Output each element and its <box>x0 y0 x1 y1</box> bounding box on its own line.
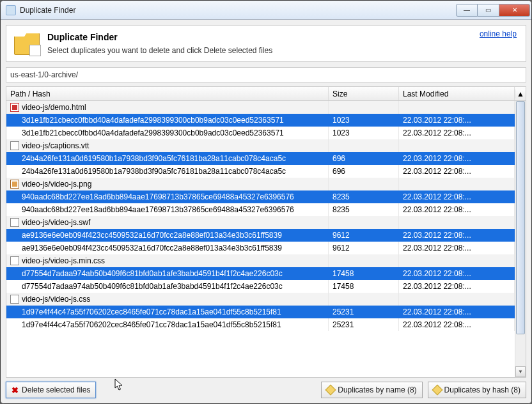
cell-path: ae9136e6e0eb094f423cc4509532a16d70fcc2a8… <box>6 229 329 242</box>
tag-icon <box>325 385 336 396</box>
table-row[interactable]: d77554d7adaa974ab50b409f6c81bfd0ab1afe3b… <box>6 280 515 293</box>
cell-path: video-js/video-js.min.css <box>6 254 329 267</box>
table-row[interactable]: 940aadc68bd227ee18ad6bb894aae17698713b37… <box>6 190 515 203</box>
content-area: Duplicate Finder Select duplicates you w… <box>1 20 531 403</box>
cell-modified: 22.03.2012 22:08:... <box>399 242 515 254</box>
table-row[interactable]: video-js/video-js.png <box>6 178 515 190</box>
table-row[interactable]: video-js/video-js.min.css <box>6 254 515 267</box>
path-bar[interactable]: us-east-1/0-archive/ <box>6 67 526 82</box>
cell-modified: 22.03.2012 22:08:... <box>399 114 515 127</box>
duplicates-by-hash-button[interactable]: Duplicates by hash (8) <box>428 382 526 398</box>
cell-modified: 22.03.2012 22:08:... <box>399 267 515 280</box>
cell-size: 9612 <box>329 242 399 254</box>
duplicates-table: Path / Hash Size Last Modified ▲ video-j… <box>6 86 526 378</box>
table-row[interactable]: 940aadc68bd227ee18ad6bb894aae17698713b37… <box>6 203 515 216</box>
table-row[interactable]: video-js/video-js.swf <box>6 216 515 229</box>
txt-file-icon <box>10 141 19 150</box>
cell-modified: 22.03.2012 22:08:... <box>399 229 515 242</box>
table-row[interactable]: d77554d7adaa974ab50b409f6c81bfd0ab1afe3b… <box>6 267 515 280</box>
delete-selected-button[interactable]: ✖ Delete selected files <box>6 382 96 398</box>
delete-icon: ✖ <box>12 385 19 395</box>
cell-modified: 22.03.2012 22:08:... <box>399 280 515 293</box>
table-row[interactable]: 3d1e1fb21cbecc0fbbd40a4dafadefa299839930… <box>6 114 515 127</box>
cell-path: 3d1e1fb21cbecc0fbbd40a4dafadefa299839930… <box>6 114 329 127</box>
table-row[interactable]: video-js/captions.vtt <box>6 139 515 152</box>
vertical-scrollbar[interactable]: ▼ <box>515 101 526 377</box>
titlebar[interactable]: Duplicate Finder — ▭ ✕ <box>1 1 531 20</box>
cell-path: d77554d7adaa974ab50b409f6c81bfd0ab1afe3b… <box>6 280 329 293</box>
online-help-link[interactable]: online help <box>480 29 517 38</box>
header-text: Duplicate Finder Select duplicates you w… <box>47 32 272 55</box>
cell-modified <box>399 216 515 229</box>
html-file-icon <box>10 103 19 112</box>
table-row[interactable]: ae9136e6e0eb094f423cc4509532a16d70fcc2a8… <box>6 242 515 254</box>
column-path[interactable]: Path / Hash <box>6 87 329 100</box>
cell-size: 17458 <box>329 267 399 280</box>
table-row[interactable]: 3d1e1fb21cbecc0fbbd40a4dafadefa299839930… <box>6 127 515 139</box>
scroll-header-up[interactable]: ▲ <box>515 89 526 98</box>
cell-size <box>329 178 399 190</box>
cell-modified: 22.03.2012 22:08:... <box>399 127 515 139</box>
table-row[interactable]: video-js/demo.html <box>6 101 515 114</box>
cell-modified <box>399 101 515 114</box>
window-controls: — ▭ ✕ <box>456 4 530 17</box>
page-subtitle: Select duplicates you want to delete and… <box>47 46 272 55</box>
cell-modified: 22.03.2012 22:08:... <box>399 190 515 203</box>
table-rows[interactable]: video-js/demo.html3d1e1fb21cbecc0fbbd40a… <box>6 101 515 377</box>
cell-modified: 22.03.2012 22:08:... <box>399 152 515 165</box>
header-panel: Duplicate Finder Select duplicates you w… <box>6 25 526 62</box>
cell-modified: 22.03.2012 22:08:... <box>399 203 515 216</box>
cell-path: video-js/video-js.png <box>6 178 329 190</box>
window-title: Duplicate Finder <box>20 6 452 15</box>
table-row[interactable]: 1d97e4f44c47a55f706202cec8465fe071cc78da… <box>6 306 515 318</box>
cell-path: 1d97e4f44c47a55f706202cec8465fe071cc78da… <box>6 318 329 331</box>
cell-path: 3d1e1fb21cbecc0fbbd40a4dafadefa299839930… <box>6 127 329 139</box>
cell-path: 24b4a26fe131a0d619580b1a7938bd3f90a5fc76… <box>6 165 329 178</box>
cell-size: 25231 <box>329 306 399 318</box>
cell-size: 1023 <box>329 114 399 127</box>
cell-modified <box>399 254 515 267</box>
cell-size: 17458 <box>329 280 399 293</box>
column-size[interactable]: Size <box>329 87 399 100</box>
css-file-icon <box>10 256 19 265</box>
cell-modified: 22.03.2012 22:08:... <box>399 306 515 318</box>
swf-file-icon <box>10 218 19 227</box>
table-row[interactable]: 24b4a26fe131a0d619580b1a7938bd3f90a5fc76… <box>6 165 515 178</box>
cell-size <box>329 216 399 229</box>
tag-icon <box>432 385 442 396</box>
cell-path: video-js/demo.html <box>6 101 329 114</box>
cell-modified <box>399 293 515 306</box>
column-modified[interactable]: Last Modified <box>399 87 515 100</box>
table-row[interactable]: video-js/video-js.css <box>6 293 515 306</box>
png-file-icon <box>10 180 19 189</box>
cell-path: 940aadc68bd227ee18ad6bb894aae17698713b37… <box>6 203 329 216</box>
cell-size <box>329 293 399 306</box>
scrollbar-down-button[interactable]: ▼ <box>515 366 526 377</box>
table-row[interactable]: 1d97e4f44c47a55f706202cec8465fe071cc78da… <box>6 318 515 331</box>
table-row[interactable]: 24b4a26fe131a0d619580b1a7938bd3f90a5fc76… <box>6 152 515 165</box>
cell-path: 1d97e4f44c47a55f706202cec8465fe071cc78da… <box>6 306 329 318</box>
cell-path: video-js/captions.vtt <box>6 139 329 152</box>
folder-icon <box>14 32 40 55</box>
cell-size: 8235 <box>329 190 399 203</box>
cell-size: 9612 <box>329 229 399 242</box>
scrollbar-track[interactable] <box>515 101 526 366</box>
cell-size: 8235 <box>329 203 399 216</box>
cell-path: 24b4a26fe131a0d619580b1a7938bd3f90a5fc76… <box>6 152 329 165</box>
cell-path: 940aadc68bd227ee18ad6bb894aae17698713b37… <box>6 190 329 203</box>
app-window: Duplicate Finder — ▭ ✕ Duplicate Finder … <box>0 0 532 404</box>
table-row[interactable]: ae9136e6e0eb094f423cc4509532a16d70fcc2a8… <box>6 229 515 242</box>
cell-path: d77554d7adaa974ab50b409f6c81bfd0ab1afe3b… <box>6 267 329 280</box>
close-button[interactable]: ✕ <box>499 4 530 17</box>
by-name-label: Duplicates by name (8) <box>338 385 416 394</box>
scrollbar-thumb[interactable] <box>516 101 525 334</box>
cell-size: 696 <box>329 165 399 178</box>
minimize-button[interactable]: — <box>456 4 478 17</box>
maximize-button[interactable]: ▭ <box>478 4 499 17</box>
delete-label: Delete selected files <box>22 385 90 394</box>
cell-size <box>329 101 399 114</box>
cell-path: video-js/video-js.swf <box>6 216 329 229</box>
cell-path: video-js/video-js.css <box>6 293 329 306</box>
cell-size: 1023 <box>329 127 399 139</box>
duplicates-by-name-button[interactable]: Duplicates by name (8) <box>321 382 422 398</box>
